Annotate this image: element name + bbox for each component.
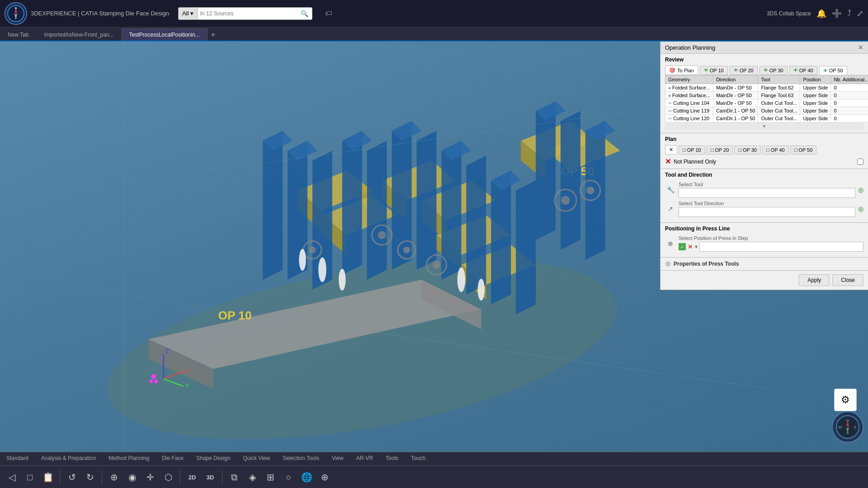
compass-icon[interactable]: N (5, 2, 27, 25)
row-direction: MainDir - OP 50 (713, 92, 758, 99)
properties-row[interactable]: ⚙ Properties of Press Tools (665, 260, 863, 267)
op50-tab[interactable]: 👁 OP 50 (819, 66, 847, 75)
grid-btn[interactable]: ⊞ (262, 469, 278, 485)
select-tool-dir-input[interactable] (679, 207, 855, 217)
tab-view[interactable]: View (326, 452, 350, 465)
share-button[interactable]: ⤴ (847, 9, 851, 18)
snap-btn[interactable]: ⊕ (106, 469, 122, 485)
tab-ar-vr[interactable]: AR-VR (350, 452, 379, 465)
tab-quick-view[interactable]: Quick View (237, 452, 277, 465)
table-row[interactable]: ● Folded Surface... MainDir - OP 50 Flan… (665, 84, 868, 92)
tab-selection[interactable]: Selection Tools (276, 452, 326, 465)
review-table: Geometry Direction Tool Position Nb. Add… (665, 75, 868, 122)
op20-tab[interactable]: 👁 OP 20 (730, 66, 758, 75)
search-button[interactable]: 🔍 (297, 10, 312, 17)
svg-marker-36 (491, 170, 511, 304)
search-filter-button[interactable]: All ▾ (179, 8, 198, 19)
panel-title: Operation Planning (665, 44, 715, 51)
not-planned-checkbox[interactable] (857, 159, 863, 165)
notification-button[interactable]: 🔔 (816, 9, 826, 19)
add-tab-button[interactable]: + (208, 29, 219, 41)
row-geometry: ✂ Cutting Line 119 (665, 107, 713, 115)
tab-imported[interactable]: ImportedAsNew-Front_pan... (36, 28, 121, 41)
table-row[interactable]: ✂ Cutting Line 120 CamDir.1 - OP 50 Oute… (665, 115, 868, 122)
tab-tools[interactable]: Tools (379, 452, 405, 465)
svg-marker-29 (367, 141, 387, 280)
op30-tab[interactable]: 👁 OP 30 (760, 66, 788, 75)
measure-btn[interactable]: ⧉ (226, 469, 242, 485)
tab-method[interactable]: Method Planning (102, 452, 156, 465)
section-btn[interactable]: ◈ (244, 469, 260, 485)
globe-btn[interactable]: 🌐 (298, 469, 315, 485)
position-input[interactable] (699, 242, 863, 252)
compass-widget[interactable]: N S W E (832, 411, 863, 443)
review-label: Review (665, 56, 863, 63)
row-position: Upper Side (800, 107, 831, 115)
plan-op40-button[interactable]: □ OP 40 (762, 145, 789, 155)
settings-button[interactable]: ⚙ (834, 389, 857, 411)
expand-button[interactable]: ⤢ (857, 9, 863, 19)
tab-shape-design[interactable]: Shape Design (190, 452, 236, 465)
row-icon: ✂ (668, 101, 672, 106)
row-position: Upper Side (800, 115, 831, 122)
tool-dir-radio[interactable]: ◎ (858, 205, 863, 212)
op-tabs-row: 🎯 To Plan 👁 OP 10 👁 OP 20 👁 OP 30 👁 OP 4… (665, 66, 863, 75)
3d-btn[interactable]: 3D (202, 469, 218, 485)
panel-close-button[interactable]: ✕ (858, 44, 863, 51)
green-checkbox[interactable]: ✓ (679, 243, 686, 250)
scroll-indicator[interactable]: ▼ (665, 122, 863, 130)
move-btn[interactable]: ✛ (142, 469, 158, 485)
2d-btn[interactable]: 2D (184, 469, 200, 485)
plan-op10-button[interactable]: □ OP 10 (679, 145, 705, 155)
close-button[interactable]: Close (832, 274, 863, 286)
table-row[interactable]: ✂ Cutting Line 104 MainDir - OP 50 Outer… (665, 99, 868, 107)
svg-point-55 (309, 246, 316, 253)
plan-op30-button[interactable]: □ OP 30 (734, 145, 761, 155)
tab-analysis[interactable]: Analysis & Preparation (35, 452, 102, 465)
plan-x-button[interactable]: ✕ (665, 145, 677, 155)
row-icon: ✂ (668, 116, 672, 121)
op10-tab[interactable]: 👁 OP 10 (700, 66, 728, 75)
scale-btn[interactable]: ⬡ (160, 469, 176, 485)
copy-icon-op10: □ (683, 147, 686, 153)
svg-text:Y: Y (185, 382, 189, 389)
table-row[interactable]: ✂ Cutting Line 119 CamDir.1 - OP 50 Oute… (665, 107, 868, 115)
tab-die-face[interactable]: Die Face (156, 452, 190, 465)
plan-op50-button[interactable]: □ OP 50 (790, 145, 817, 155)
app-title: 3DEXPERIENCE | CATIA Stamping Die Face D… (31, 10, 169, 17)
tab-new[interactable]: New Tab (0, 28, 36, 41)
add-button[interactable]: ➕ (832, 9, 842, 19)
plan-op20-button[interactable]: □ OP 20 (707, 145, 733, 155)
sphere-btn[interactable]: ○ (280, 469, 297, 485)
svg-marker-38 (516, 180, 536, 314)
copy-icon-op30: □ (738, 147, 741, 153)
clear-position-button[interactable]: ✕ (688, 243, 693, 250)
apply-button[interactable]: Apply (799, 274, 830, 286)
to-plan-button[interactable]: 🎯 To Plan (665, 66, 698, 75)
op40-tab[interactable]: 👁 OP 40 (789, 66, 817, 75)
right-toolbar: 3DS Collab Space 🔔 ➕ ⤴ ⤢ (767, 9, 863, 19)
op20-plan-label: OP 20 (715, 147, 729, 153)
select-btn[interactable]: ◁ (4, 469, 20, 485)
copy-btn[interactable]: □ (22, 469, 38, 485)
redo-btn[interactable]: ↻ (82, 469, 98, 485)
tab-standard[interactable]: Standard (0, 452, 35, 465)
tool-radio[interactable]: ◎ (858, 186, 863, 193)
chevron-down-icon: ▾ (190, 10, 193, 17)
select-tool-input[interactable] (679, 188, 855, 198)
add-scene-btn[interactable]: ⊕ (316, 469, 333, 485)
tab-test-process[interactable]: TestProcessLocalPositionin... (122, 28, 208, 41)
tag-button[interactable]: 🏷 (321, 9, 336, 18)
search-input[interactable] (198, 9, 297, 18)
plan-ops-row: ✕ □ OP 10 □ OP 20 □ OP 30 □ OP 40 □ OP 5… (665, 145, 863, 155)
row-tool: Outer Cut Tool... (758, 115, 800, 122)
tab-touch[interactable]: Touch (405, 452, 432, 465)
position-chevron[interactable]: ▾ (695, 244, 698, 250)
select-tool-row: 🔧 Select Tool ◎ (665, 182, 863, 198)
table-row[interactable]: ● Folded Surface... MainDir - OP 50 Flan… (665, 92, 868, 99)
undo-btn[interactable]: ↺ (64, 469, 80, 485)
paste-btn[interactable]: 📋 (40, 469, 56, 485)
rotate-btn[interactable]: ◉ (124, 469, 140, 485)
row-direction: MainDir - OP 50 (713, 99, 758, 107)
toolbar-icons: ◁ □ 📋 ↺ ↻ ⊕ ◉ ✛ ⬡ 2D 3D ⧉ ◈ ⊞ ○ 🌐 ⊕ (0, 466, 868, 488)
